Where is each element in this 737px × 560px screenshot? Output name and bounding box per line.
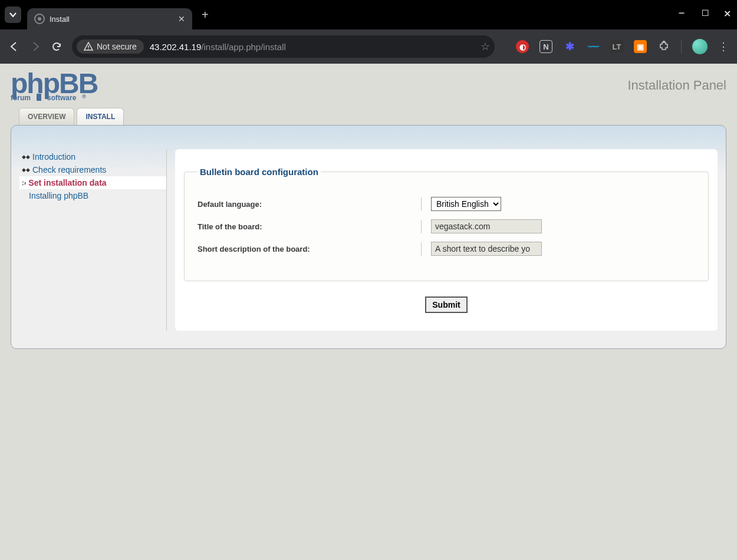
bullet-icon: ◆◆ — [22, 167, 30, 173]
phpbb-logo: phpBB forum software ® — [11, 71, 97, 102]
reload-button[interactable] — [51, 41, 62, 52]
sidebar-item-requirements[interactable]: ◆◆ Check requirements — [19, 163, 166, 176]
submit-button[interactable]: Submit — [425, 297, 467, 313]
profile-avatar[interactable] — [692, 39, 708, 54]
sidebar-item-introduction[interactable]: ◆◆ Introduction — [19, 150, 166, 163]
sidebar-link[interactable]: Check requirements — [32, 165, 106, 174]
row-board-description: Short description of the board: — [198, 242, 695, 256]
board-config-fieldset: Bulletin board configuration Default lan… — [184, 167, 709, 281]
bullet-icon: ◆◆ — [22, 154, 30, 160]
board-title-label: Title of the board: — [198, 220, 422, 233]
fieldset-legend: Bulletin board configuration — [198, 167, 321, 177]
install-panel: ◆◆ Introduction ◆◆ Check requirements :›… — [11, 125, 726, 349]
browser-tab[interactable]: Install ✕ — [27, 8, 192, 29]
default-language-label: Default language: — [198, 197, 422, 211]
url-text: 43.202.41.19/install/app.php/install — [150, 42, 286, 52]
chevron-icon: :› — [22, 179, 26, 186]
row-default-language: Default language: British English — [198, 197, 695, 211]
default-language-select[interactable]: British English — [431, 197, 501, 211]
security-chip[interactable]: Not secure — [77, 39, 144, 54]
board-description-label: Short description of the board: — [198, 242, 422, 256]
main-tabs: OVERVIEW INSTALL — [19, 108, 726, 125]
submit-row: Submit — [184, 297, 709, 313]
svg-point-1 — [88, 48, 89, 50]
extension-icon[interactable]: ◐ — [516, 40, 529, 53]
page-header: phpBB forum software ® Installation Pane… — [11, 71, 726, 102]
page-title: Installation Panel — [627, 78, 726, 93]
board-title-input[interactable] — [431, 219, 542, 233]
minimize-button[interactable]: － — [676, 5, 687, 21]
toolbar-divider — [681, 40, 682, 53]
install-form-content: Bulletin board configuration Default lan… — [175, 149, 718, 331]
sidebar-item-set-data[interactable]: :› Set installation data — [19, 176, 166, 189]
browser-toolbar: Not secure 43.202.41.19/install/app.php/… — [0, 29, 737, 64]
warning-icon — [84, 42, 93, 51]
browser-menu-button[interactable]: ⋮ — [718, 45, 729, 48]
globe-icon — [34, 14, 45, 24]
close-window-button[interactable]: ✕ — [723, 8, 731, 24]
tab-search-button[interactable] — [5, 6, 21, 23]
extension-icon[interactable]: N — [539, 40, 552, 53]
browser-tab-strip: Install ✕ + － ☐ ✕ — [0, 0, 737, 29]
extensions-menu-icon[interactable] — [657, 40, 670, 53]
install-steps-sidebar: ◆◆ Introduction ◆◆ Check requirements :›… — [19, 149, 167, 331]
extensions-area: ◐ N ✱ 〰〰 LT ▣ ⋮ — [516, 39, 729, 54]
close-tab-button[interactable]: ✕ — [178, 14, 185, 24]
extension-icon[interactable]: ▣ — [634, 40, 647, 53]
row-board-title: Title of the board: — [198, 219, 695, 233]
maximize-button[interactable]: ☐ — [702, 8, 709, 24]
sidebar-link[interactable]: Installing phpBB — [22, 191, 88, 200]
sidebar-link[interactable]: Introduction — [32, 152, 75, 162]
extension-icon[interactable]: LT — [610, 40, 623, 53]
forward-button[interactable] — [29, 41, 41, 52]
back-button[interactable] — [8, 41, 20, 52]
security-label: Not secure — [97, 42, 137, 51]
board-description-input[interactable] — [431, 242, 542, 256]
logo-main-text: phpBB — [11, 71, 97, 96]
page-viewport: phpBB forum software ® Installation Pane… — [0, 64, 737, 560]
address-bar[interactable]: Not secure 43.202.41.19/install/app.php/… — [72, 35, 495, 58]
sidebar-link[interactable]: Set installation data — [28, 178, 106, 187]
sidebar-item-installing[interactable]: Installing phpBB — [19, 189, 166, 202]
tab-install[interactable]: INSTALL — [77, 108, 124, 125]
window-controls: － ☐ ✕ — [676, 8, 731, 24]
extension-icon[interactable]: 〰〰 — [587, 40, 600, 53]
new-tab-button[interactable]: + — [202, 8, 209, 22]
bookmark-star-icon[interactable]: ☆ — [481, 40, 490, 53]
tab-title: Install — [50, 15, 173, 24]
logo-sub-text: forum software ® — [11, 94, 97, 102]
extension-icon[interactable]: ✱ — [563, 40, 576, 53]
tab-overview[interactable]: OVERVIEW — [19, 108, 74, 125]
